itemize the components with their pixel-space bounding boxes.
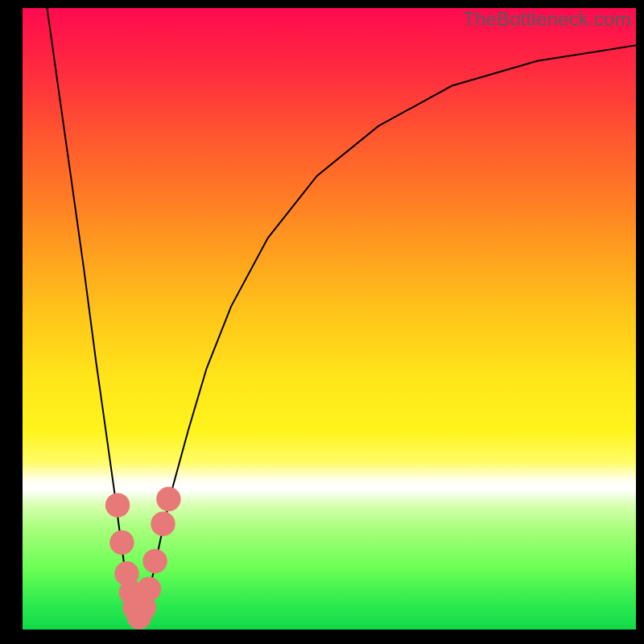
- curve-right-branch: [139, 45, 636, 617]
- marker-point: [142, 549, 167, 573]
- marker-point: [109, 530, 134, 555]
- marker-point: [151, 512, 175, 536]
- plot-area: TheBottleneck.com: [23, 8, 636, 630]
- marker-group: [105, 487, 181, 630]
- bottleneck-curve: [23, 8, 636, 630]
- curve-left-branch: [47, 8, 139, 617]
- marker-point: [105, 493, 130, 517]
- marker-point: [156, 487, 180, 511]
- chart-frame: TheBottleneck.com: [0, 0, 644, 644]
- marker-point: [137, 577, 161, 601]
